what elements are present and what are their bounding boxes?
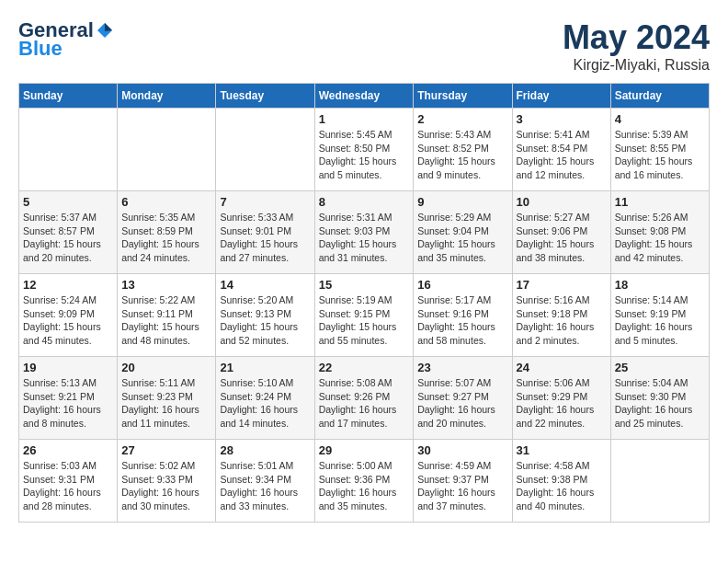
day-info: Sunrise: 5:26 AM Sunset: 9:08 PM Dayligh… (615, 211, 705, 265)
day-info: Sunrise: 5:08 AM Sunset: 9:26 PM Dayligh… (319, 376, 410, 431)
day-number: 18 (615, 278, 705, 292)
calendar-cell: 23Sunrise: 5:07 AM Sunset: 9:27 PM Dayli… (414, 357, 512, 440)
day-header-monday: Monday (118, 84, 216, 109)
logo: General Blue (18, 18, 114, 61)
calendar-cell: 30Sunrise: 4:59 AM Sunset: 9:37 PM Dayli… (414, 440, 512, 523)
day-info: Sunrise: 5:04 AM Sunset: 9:30 PM Dayligh… (615, 376, 705, 431)
calendar-cell: 11Sunrise: 5:26 AM Sunset: 9:08 PM Dayli… (610, 191, 709, 274)
day-info: Sunrise: 5:33 AM Sunset: 9:01 PM Dayligh… (220, 211, 310, 265)
day-number: 11 (615, 195, 705, 209)
day-number: 7 (220, 195, 310, 209)
day-info: Sunrise: 4:58 AM Sunset: 9:38 PM Dayligh… (517, 459, 607, 513)
calendar-cell: 28Sunrise: 5:01 AM Sunset: 9:34 PM Dayli… (216, 440, 314, 523)
svg-marker-1 (105, 23, 112, 31)
calendar-cell (118, 109, 216, 191)
calendar-cell: 16Sunrise: 5:17 AM Sunset: 9:16 PM Dayli… (414, 274, 512, 357)
day-number: 17 (517, 278, 607, 292)
day-number: 29 (319, 443, 410, 457)
day-info: Sunrise: 5:16 AM Sunset: 9:18 PM Dayligh… (517, 293, 607, 348)
day-number: 19 (23, 361, 113, 374)
day-header-thursday: Thursday (414, 84, 512, 109)
calendar-cell: 10Sunrise: 5:27 AM Sunset: 9:06 PM Dayli… (512, 191, 610, 274)
day-info: Sunrise: 5:06 AM Sunset: 9:29 PM Dayligh… (517, 376, 607, 431)
calendar-cell: 1Sunrise: 5:45 AM Sunset: 8:50 PM Daylig… (314, 109, 414, 191)
day-info: Sunrise: 5:14 AM Sunset: 9:19 PM Dayligh… (615, 293, 705, 348)
day-number: 6 (121, 195, 211, 209)
calendar-cell (610, 440, 709, 523)
calendar-cell: 8Sunrise: 5:31 AM Sunset: 9:03 PM Daylig… (314, 191, 414, 274)
calendar-cell: 31Sunrise: 4:58 AM Sunset: 9:38 PM Dayli… (512, 440, 610, 523)
day-number: 13 (121, 278, 211, 292)
day-header-tuesday: Tuesday (216, 84, 314, 109)
day-number: 9 (417, 195, 507, 209)
day-number: 24 (517, 361, 607, 374)
day-header-friday: Friday (512, 84, 610, 109)
calendar-cell: 13Sunrise: 5:22 AM Sunset: 9:11 PM Dayli… (118, 274, 216, 357)
day-info: Sunrise: 5:00 AM Sunset: 9:36 PM Dayligh… (319, 459, 410, 513)
calendar-cell: 12Sunrise: 5:24 AM Sunset: 9:09 PM Dayli… (19, 274, 118, 357)
day-number: 20 (121, 361, 211, 374)
day-info: Sunrise: 5:07 AM Sunset: 9:27 PM Dayligh… (417, 376, 507, 431)
day-info: Sunrise: 5:45 AM Sunset: 8:50 PM Dayligh… (319, 128, 410, 182)
day-info: Sunrise: 5:11 AM Sunset: 9:23 PM Dayligh… (121, 376, 211, 431)
calendar-cell: 15Sunrise: 5:19 AM Sunset: 9:15 PM Dayli… (314, 274, 414, 357)
day-number: 3 (517, 112, 607, 126)
day-info: Sunrise: 5:10 AM Sunset: 9:24 PM Dayligh… (220, 376, 310, 431)
calendar-location: Kirgiz-Miyaki, Russia (563, 57, 710, 74)
calendar-cell: 9Sunrise: 5:29 AM Sunset: 9:04 PM Daylig… (414, 191, 512, 274)
day-info: Sunrise: 5:03 AM Sunset: 9:31 PM Dayligh… (23, 459, 113, 513)
page-header: General Blue May 2024 Kirgiz-Miyaki, Rus… (18, 18, 710, 74)
calendar-cell (216, 109, 314, 191)
calendar-title: May 2024 (563, 18, 710, 57)
calendar-cell: 22Sunrise: 5:08 AM Sunset: 9:26 PM Dayli… (314, 357, 414, 440)
day-header-wednesday: Wednesday (314, 84, 414, 109)
calendar-cell: 5Sunrise: 5:37 AM Sunset: 8:57 PM Daylig… (19, 191, 118, 274)
day-info: Sunrise: 5:41 AM Sunset: 8:54 PM Dayligh… (517, 128, 607, 182)
calendar-cell: 6Sunrise: 5:35 AM Sunset: 8:59 PM Daylig… (118, 191, 216, 274)
calendar-week-4: 19Sunrise: 5:13 AM Sunset: 9:21 PM Dayli… (19, 357, 710, 440)
day-number: 16 (417, 278, 507, 292)
day-info: Sunrise: 5:29 AM Sunset: 9:04 PM Dayligh… (417, 211, 507, 265)
day-number: 5 (23, 195, 113, 209)
calendar-cell: 25Sunrise: 5:04 AM Sunset: 9:30 PM Dayli… (610, 357, 709, 440)
calendar-cell: 14Sunrise: 5:20 AM Sunset: 9:13 PM Dayli… (216, 274, 314, 357)
logo-blue-text: Blue (18, 37, 63, 61)
day-number: 25 (615, 361, 705, 374)
day-info: Sunrise: 5:37 AM Sunset: 8:57 PM Dayligh… (23, 211, 113, 265)
calendar-cell: 26Sunrise: 5:03 AM Sunset: 9:31 PM Dayli… (19, 440, 118, 523)
day-number: 8 (319, 195, 410, 209)
day-info: Sunrise: 5:35 AM Sunset: 8:59 PM Dayligh… (121, 211, 211, 265)
day-number: 14 (220, 278, 310, 292)
day-number: 26 (23, 443, 113, 457)
day-number: 22 (319, 361, 410, 374)
day-number: 31 (517, 443, 607, 457)
calendar-cell: 3Sunrise: 5:41 AM Sunset: 8:54 PM Daylig… (512, 109, 610, 191)
calendar-cell (19, 109, 118, 191)
day-number: 15 (319, 278, 410, 292)
calendar-cell: 7Sunrise: 5:33 AM Sunset: 9:01 PM Daylig… (216, 191, 314, 274)
day-info: Sunrise: 4:59 AM Sunset: 9:37 PM Dayligh… (417, 459, 507, 513)
day-info: Sunrise: 5:43 AM Sunset: 8:52 PM Dayligh… (417, 128, 507, 182)
calendar-cell: 17Sunrise: 5:16 AM Sunset: 9:18 PM Dayli… (512, 274, 610, 357)
calendar-cell: 29Sunrise: 5:00 AM Sunset: 9:36 PM Dayli… (314, 440, 414, 523)
logo-icon (96, 21, 114, 40)
calendar-cell: 19Sunrise: 5:13 AM Sunset: 9:21 PM Dayli… (19, 357, 118, 440)
calendar-week-5: 26Sunrise: 5:03 AM Sunset: 9:31 PM Dayli… (19, 440, 710, 523)
day-info: Sunrise: 5:02 AM Sunset: 9:33 PM Dayligh… (121, 459, 211, 513)
calendar-week-2: 5Sunrise: 5:37 AM Sunset: 8:57 PM Daylig… (19, 191, 710, 274)
day-info: Sunrise: 5:39 AM Sunset: 8:55 PM Dayligh… (615, 128, 705, 182)
day-number: 30 (417, 443, 507, 457)
calendar-cell: 20Sunrise: 5:11 AM Sunset: 9:23 PM Dayli… (118, 357, 216, 440)
calendar-cell: 24Sunrise: 5:06 AM Sunset: 9:29 PM Dayli… (512, 357, 610, 440)
day-info: Sunrise: 5:20 AM Sunset: 9:13 PM Dayligh… (220, 293, 310, 348)
title-block: May 2024 Kirgiz-Miyaki, Russia (563, 18, 710, 74)
calendar-cell: 27Sunrise: 5:02 AM Sunset: 9:33 PM Dayli… (118, 440, 216, 523)
calendar-cell: 4Sunrise: 5:39 AM Sunset: 8:55 PM Daylig… (610, 109, 709, 191)
calendar-cell: 2Sunrise: 5:43 AM Sunset: 8:52 PM Daylig… (414, 109, 512, 191)
day-header-sunday: Sunday (19, 84, 118, 109)
day-number: 12 (23, 278, 113, 292)
day-info: Sunrise: 5:01 AM Sunset: 9:34 PM Dayligh… (220, 459, 310, 513)
day-number: 27 (121, 443, 211, 457)
calendar-week-3: 12Sunrise: 5:24 AM Sunset: 9:09 PM Dayli… (19, 274, 710, 357)
calendar-table: SundayMondayTuesdayWednesdayThursdayFrid… (18, 83, 710, 523)
